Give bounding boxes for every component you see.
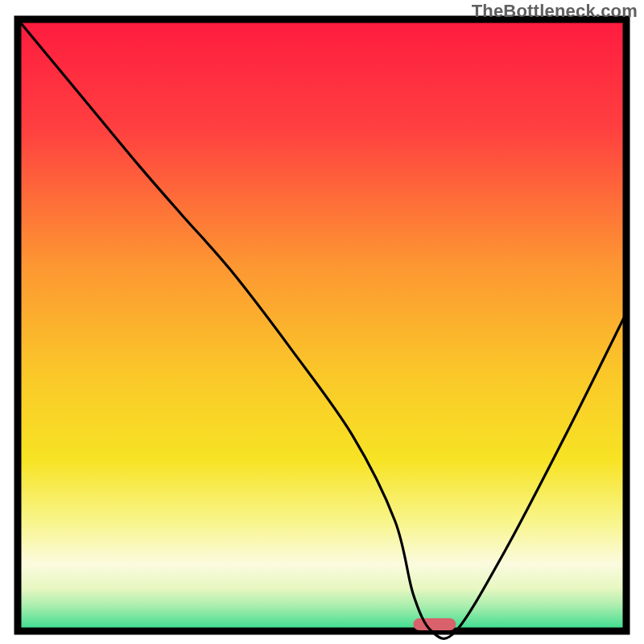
bottleneck-chart	[0, 0, 644, 644]
chart-container: TheBottleneck.com	[0, 0, 644, 644]
optimal-marker	[413, 618, 456, 630]
chart-background	[18, 19, 626, 631]
watermark-text: TheBottleneck.com	[472, 1, 638, 22]
